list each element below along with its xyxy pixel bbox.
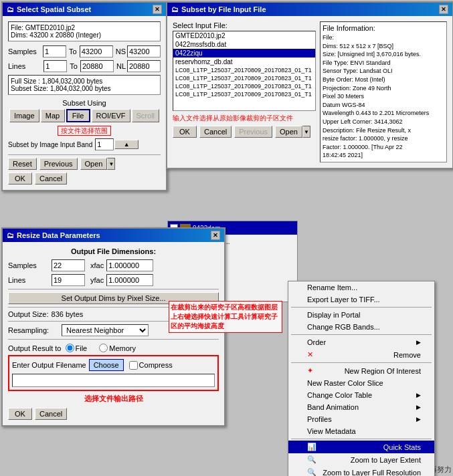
btn-previous[interactable]: Previous (39, 158, 78, 170)
file-item-4[interactable]: LC08_L1TP_125037_20170809_20170823_01_T1 (173, 66, 315, 74)
rdp-samples-input[interactable] (52, 259, 85, 271)
file-item-7[interactable]: LC08_L1TP_125037_20170809_20170823_01_T1 (173, 90, 315, 98)
sss-cancel-btn[interactable]: Cancel (35, 172, 67, 185)
file-list[interactable]: GMTED2010.jp2 0422mssfsdb.dat 0422ziqu r… (173, 31, 316, 111)
rdp-lines-input[interactable] (52, 274, 85, 286)
ctx-profiles[interactable]: Profiles ▶ (288, 413, 434, 425)
fi-desc3: Factor: 1.000000. [Thu Apr 22 (323, 143, 444, 152)
ctx-rename-label: Rename Item... (307, 283, 357, 291)
ctx-display-portal[interactable]: Display in Portal (288, 309, 434, 321)
btn-reset[interactable]: Reset (8, 158, 37, 170)
rdp-xfac-input[interactable] (106, 259, 153, 271)
ctx-order[interactable]: Order ▶ (288, 336, 434, 348)
samples-row: Samples To NS (8, 45, 161, 57)
file-item-1[interactable]: 0422mssfsdb.dat (173, 40, 315, 49)
rdp-radio-file[interactable] (66, 344, 74, 352)
rdp-outputsize-value: 836 bytes (52, 310, 84, 318)
rdp-close-button[interactable]: ✕ (211, 231, 220, 240)
rdp-cancel-btn[interactable]: Cancel (35, 408, 67, 420)
rdp-compress-checkbox[interactable] (129, 361, 138, 370)
ctx-remove-label: Remove (393, 351, 421, 359)
fi-proj: Projection: Zone 49 North (323, 84, 444, 93)
ctx-change-rgb-label: Change RGB Bands... (307, 323, 380, 331)
file-item-5[interactable]: LC08_L1TP_125037_20170809_20170823_01_T1 (173, 74, 315, 82)
sbf-titlebar: 🗂 Subset by File Input File ✕ (167, 3, 452, 16)
rdp-bottom-buttons: OK Cancel (8, 408, 219, 420)
rdp-radio-memory[interactable] (99, 344, 108, 352)
rdp-path-input[interactable] (12, 374, 215, 387)
rdp-dims-title: Output File Dimensions: (8, 247, 219, 255)
context-menu: Rename Item... Export Layer to TIFF... D… (288, 281, 435, 476)
sbf-bottom-buttons: OK Cancel Previous Open ▼ (173, 126, 316, 138)
open-dropdown-arrow[interactable]: ▼ (107, 158, 115, 170)
btn-image[interactable]: Image (9, 109, 39, 122)
rdp-compress-label: Compress (139, 361, 173, 369)
subset-buttons-row: Image Map File ROI/EVF Scroll (8, 109, 161, 122)
rdp-ok-btn[interactable]: OK (8, 408, 32, 420)
ctx-new-roi[interactable]: ✦ New Region Of Interest (288, 364, 434, 377)
ctx-change-rgb[interactable]: Change RGB Bands... (288, 321, 434, 333)
nl-input[interactable] (127, 60, 161, 72)
rdp-yfac-input[interactable] (106, 274, 153, 286)
ctx-quick-stats[interactable]: 📊 Quick Stats (288, 441, 434, 453)
fi-pixel: Pixel 30 Meters (323, 92, 444, 101)
rdp-filename-section: Enter Output Filename Choose Compress (8, 355, 219, 391)
rdp-radio-memory-label[interactable]: Memory (99, 344, 136, 352)
research-annotation: 在裁剪出来的研究子区高程数据图层上右键选择快速计算工具计算研究子区的平均海拔高度 (169, 301, 282, 333)
samples-from-input[interactable] (43, 45, 66, 57)
file-item-2[interactable]: 0422ziqu (173, 49, 315, 57)
fi-desc1: Description: File Resize Result, x (323, 126, 444, 135)
sbf-open-dropdown[interactable]: ▼ (302, 126, 310, 138)
ctx-band-anim[interactable]: Band Animation ▶ (288, 401, 434, 413)
rdp-radio-file-label[interactable]: File (66, 344, 88, 352)
ctx-change-ct[interactable]: Change Color Table ▶ (288, 389, 434, 401)
rdp-resampling-select[interactable]: Nearest Neighbor Bilinear Cubic Convolut… (62, 324, 149, 336)
ctx-new-rcs[interactable]: New Raster Color Slice (288, 377, 434, 389)
ctx-rename[interactable]: Rename Item... (288, 281, 434, 293)
ns-input[interactable] (127, 45, 161, 57)
ctx-change-ct-label: Change Color Table (307, 391, 372, 399)
sbf-main: Select Input File: GMTED2010.jp2 0422mss… (173, 21, 447, 162)
rdp-samples-label: Samples (8, 261, 52, 269)
ctx-ba-arrow: ▶ (416, 404, 421, 410)
sbf-annotation: 输入文件选择从原始影像裁剪的子区文件 (173, 114, 316, 123)
band-up-btn[interactable]: ▲ (114, 140, 139, 149)
sss-close-button[interactable]: ✕ (153, 5, 162, 14)
ctx-ze-icon: 🔍 (307, 455, 316, 464)
lines-from-input[interactable] (43, 60, 67, 72)
rdp-lines-row: Lines yfac (8, 274, 219, 286)
samples-to-input[interactable] (80, 45, 113, 57)
ctx-view-metadata[interactable]: View Metadata (288, 425, 434, 437)
ok-cancel-row: OK Cancel (8, 172, 161, 185)
ctx-order-arrow: ▶ (416, 339, 421, 346)
sbf-cancel-btn[interactable]: Cancel (199, 126, 232, 138)
lines-to-input[interactable] (80, 60, 114, 72)
ctx-zoom-extent[interactable]: 🔍 Zoom to Layer Extent (288, 453, 434, 466)
file-info-title: File Information: (323, 24, 444, 32)
btn-file[interactable]: File (66, 109, 90, 122)
file-item-6[interactable]: LC08_L1TP_125037_20170809_20170823_01_T1 (173, 82, 315, 90)
file-item-0[interactable]: GMTED2010.jp2 (173, 31, 315, 40)
rdp-samples-row: Samples xfac (8, 259, 219, 271)
band-input[interactable] (95, 138, 114, 150)
ctx-remove[interactable]: ✕ Remove (288, 348, 434, 361)
rdp-radio-file-text: File (76, 344, 88, 352)
rdp-content: Output File Dimensions: Samples xfac Lin… (3, 242, 224, 425)
sss-ok-btn[interactable]: OK (8, 172, 32, 185)
sss-content: File: GMTED2010.jp2 Dims: 43200 x 20880 … (3, 16, 166, 190)
select-input-label: Select Input File: (173, 21, 316, 29)
sbf-open-btn[interactable]: Open (275, 126, 302, 138)
btn-open[interactable]: Open (80, 158, 108, 170)
file-item-3[interactable]: reservhomz_db.dat (173, 57, 315, 66)
ctx-export-tiff[interactable]: Export Layer to TIFF... (288, 293, 434, 306)
btn-map[interactable]: Map (41, 109, 65, 122)
btn-roievf[interactable]: ROI/EVF (92, 109, 130, 122)
rdp-output-result-label: Output Result to (8, 344, 62, 352)
ctx-zoom-full[interactable]: 🔍 Zoom to Layer Full Resolution (288, 466, 434, 476)
fi-wavelength: Wavelength 0.443 to 2.201 Micrometers (323, 109, 444, 118)
sbf-ok-btn[interactable]: OK (173, 126, 197, 138)
rdp-choose-btn[interactable]: Choose (89, 359, 124, 371)
sbf-close-button[interactable]: ✕ (439, 5, 448, 14)
lines-row: Lines To NL (8, 60, 161, 72)
sbf-previous-btn[interactable]: Previous (234, 126, 272, 138)
